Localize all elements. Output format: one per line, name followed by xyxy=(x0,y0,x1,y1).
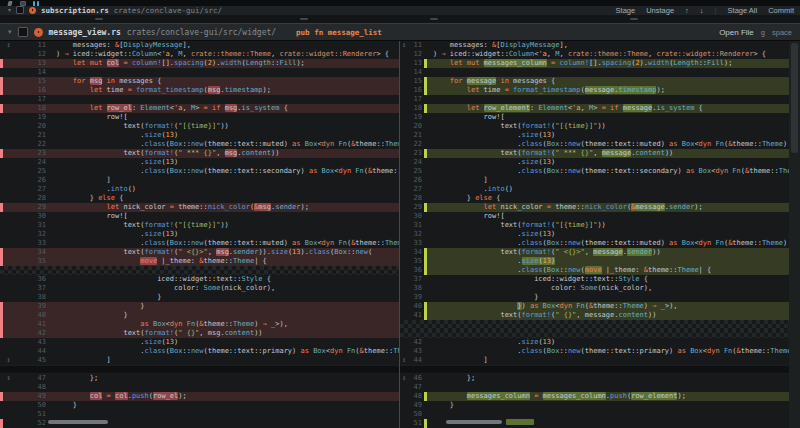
code-text[interactable]: text(format!(" {}", message.content)) xyxy=(427,311,789,320)
code-text[interactable]: .class(Box::new(theme::text::muted) as B… xyxy=(427,140,789,149)
code-text[interactable]: } xyxy=(50,302,399,311)
code-line[interactable]: 41 as Box<dyn Fn(&theme::Theme) → _>), xyxy=(0,320,399,329)
code-line[interactable]: 16 let time = format_timestamp(message.t… xyxy=(400,86,789,95)
code-line[interactable]: 43 .class(Box::new(theme::text::primary)… xyxy=(400,347,789,356)
code-line[interactable]: 37 iced::widget::text::Style { xyxy=(400,275,789,284)
code-text[interactable] xyxy=(427,68,789,77)
vertical-scrollbar[interactable] xyxy=(789,41,800,428)
code-line[interactable]: 17 xyxy=(400,95,789,104)
code-text[interactable]: iced::widget::text::Style { xyxy=(50,275,399,284)
code-text[interactable]: messages: &[DisplayMessage], xyxy=(427,41,789,50)
code-text[interactable]: }) as Box<dyn Fn(&theme::Theme) → _>), xyxy=(427,302,789,311)
code-line[interactable]: ↕45 ] xyxy=(0,356,399,365)
code-line[interactable]: ↕11 messages: &[DisplayMessage], xyxy=(400,41,789,50)
code-text[interactable]: let mut col = column![].spacing(2).width… xyxy=(50,59,399,68)
code-line[interactable]: 32 .size(13) xyxy=(400,230,789,239)
code-line[interactable]: 22 .class(Box::new(theme::text::muted) a… xyxy=(400,140,789,149)
code-line[interactable]: 42 text(format!(" {}", msg.content)) xyxy=(0,329,399,338)
code-text[interactable]: iced::widget::text::Style { xyxy=(427,275,789,284)
code-text[interactable]: .size(13) xyxy=(427,158,789,167)
code-text[interactable]: text(format!(" <{}>", message.sender)) xyxy=(427,248,789,257)
code-text[interactable]: col = col.push(row_el); xyxy=(50,392,399,401)
code-line[interactable]: 40 }) as Box<dyn Fn(&theme::Theme) → _>)… xyxy=(400,302,789,311)
symbol-breadcrumb[interactable]: pub fn message_list xyxy=(296,28,382,37)
code-line[interactable]: 25 .class(Box::new(theme::text::secondar… xyxy=(0,167,399,176)
code-text[interactable]: .class(Box::new(move |_theme: &theme::Th… xyxy=(427,266,789,275)
code-line[interactable]: 44 .class(Box::new(theme::text::primary)… xyxy=(0,347,399,356)
code-text[interactable]: color: Some(nick_color), xyxy=(50,284,399,293)
code-line[interactable]: 14 xyxy=(0,68,399,77)
code-text[interactable]: .into() xyxy=(427,185,789,194)
code-text[interactable]: row![ xyxy=(427,113,789,122)
diff-pane-new[interactable]: ↕11 messages: &[DisplayMessage],12) → ic… xyxy=(400,41,789,428)
open-file-button[interactable]: Open File xyxy=(719,28,754,37)
code-line[interactable]: 14 xyxy=(400,68,789,77)
collapsed-gap[interactable] xyxy=(400,329,789,338)
code-line[interactable]: 12) → iced::widget::Column<'a, M, crate:… xyxy=(0,50,399,59)
code-line[interactable]: 13 let mut col = column![].spacing(2).wi… xyxy=(0,59,399,68)
code-text[interactable]: .size(13) xyxy=(427,230,789,239)
code-text[interactable]: messages_column = messages_column.push(r… xyxy=(427,392,789,401)
expand-hunk-icon[interactable]: ↕ xyxy=(400,356,408,365)
code-text[interactable] xyxy=(427,95,789,104)
code-line[interactable]: 27 .into() xyxy=(0,185,399,194)
commit-button[interactable]: Commit xyxy=(768,6,794,15)
file-name[interactable]: subscription.rs xyxy=(41,6,109,15)
code-text[interactable]: .into() xyxy=(50,185,399,194)
code-line[interactable]: 18 let row_element: Element<'a, M> = if … xyxy=(400,104,789,113)
code-text[interactable]: move |_theme: &theme::Theme| { xyxy=(50,257,399,266)
code-line[interactable]: 35 .size(13) xyxy=(400,257,789,266)
code-text[interactable]: as Box<dyn Fn(&theme::Theme) → _>), xyxy=(50,320,399,329)
code-text[interactable]: } xyxy=(50,311,399,320)
code-text[interactable]: row![ xyxy=(50,113,399,122)
code-line[interactable]: 30 row![ xyxy=(400,212,789,221)
code-line[interactable]: 20 text(format!("[{time}]")) xyxy=(0,122,399,131)
expand-hunk-icon[interactable]: ↕ xyxy=(400,374,408,383)
code-line[interactable]: 28 } else { xyxy=(0,194,399,203)
code-line[interactable]: 37 color: Some(nick_color), xyxy=(0,284,399,293)
code-text[interactable]: text(format!("[{time}]")) xyxy=(427,122,789,131)
code-text[interactable]: ) → iced::widget::Column<'a, M, crate::t… xyxy=(427,50,789,59)
code-text[interactable] xyxy=(427,383,789,392)
code-text[interactable]: }; xyxy=(50,374,399,383)
code-line[interactable]: 52 xyxy=(0,419,399,428)
code-line[interactable]: 35 move |_theme: &theme::Theme| { xyxy=(0,257,399,266)
code-text[interactable]: .class(Box::new(theme::text::muted) as B… xyxy=(50,140,399,149)
code-text[interactable]: .class(Box::new(theme::text::secondary) … xyxy=(427,167,789,176)
unstage-button[interactable]: Unstage xyxy=(646,6,674,15)
code-text[interactable]: let row_element: Element<'a, M> = if mes… xyxy=(427,104,789,113)
code-text[interactable]: } xyxy=(50,293,399,302)
code-text[interactable]: text(format!("[{time}]")) xyxy=(50,122,399,131)
code-text[interactable] xyxy=(50,410,399,419)
code-text[interactable]: .class(Box::new(theme::text::primary) as… xyxy=(50,347,399,356)
code-text[interactable]: color: Some(nick_color), xyxy=(427,284,789,293)
next-hunk-button[interactable]: ↓ xyxy=(700,6,704,15)
code-text[interactable]: let time = format_timestamp(message.time… xyxy=(427,86,789,95)
expand-hunk-icon[interactable]: ↕ xyxy=(3,356,14,365)
code-line[interactable]: 25 .class(Box::new(theme::text::secondar… xyxy=(400,167,789,176)
scrollbar-thumb[interactable] xyxy=(791,43,798,153)
code-text[interactable]: }; xyxy=(427,374,789,383)
code-line[interactable]: 20 text(format!("[{time}]")) xyxy=(400,122,789,131)
code-line[interactable]: 24 .size(13) xyxy=(0,158,399,167)
code-text[interactable]: text(format!(" <{}>", msg.sender)).size(… xyxy=(50,248,399,257)
code-line[interactable]: 15 for message in messages { xyxy=(400,77,789,86)
code-text[interactable]: text(format!(" *** {}", msg.content)) xyxy=(50,149,399,158)
code-text[interactable]: } xyxy=(427,293,789,302)
hunk-separator[interactable] xyxy=(400,365,789,374)
code-line[interactable]: 39 } xyxy=(400,293,789,302)
code-line[interactable]: 19 row![ xyxy=(0,113,399,122)
code-text[interactable] xyxy=(50,95,399,104)
code-text[interactable] xyxy=(427,410,789,419)
code-text[interactable]: .size(13) xyxy=(50,338,399,347)
code-text[interactable]: .size(13) xyxy=(427,257,789,266)
stage-checkbox[interactable] xyxy=(16,6,24,14)
chevron-down-icon[interactable]: ▾ xyxy=(8,29,12,35)
chevron-down-icon[interactable]: ▾ xyxy=(8,7,11,13)
code-text[interactable]: ] xyxy=(50,356,399,365)
code-line[interactable]: 26 ] xyxy=(0,176,399,185)
code-text[interactable]: ] xyxy=(50,176,399,185)
code-text[interactable]: ) → iced::widget::Column<'a, M, crate::t… xyxy=(50,50,399,59)
horizontal-scrollbar-thumb[interactable] xyxy=(446,420,502,424)
code-line[interactable]: 47 xyxy=(400,383,789,392)
